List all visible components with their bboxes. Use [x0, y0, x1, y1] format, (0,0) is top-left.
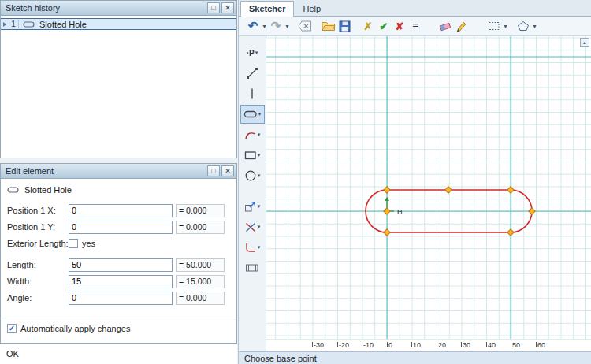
- tool-circle[interactable]: ▾: [240, 166, 265, 185]
- close-button[interactable]: ✕: [221, 2, 234, 13]
- discard-button[interactable]: ✗: [360, 18, 376, 34]
- backspace-icon: [298, 20, 312, 32]
- tool-dimension[interactable]: [240, 258, 265, 277]
- edit-element-panel: Edit element □ ✕ Slotted Hole Position 1…: [0, 163, 237, 344]
- shape-handle[interactable]: [384, 229, 390, 236]
- slotted-hole-icon: [7, 186, 20, 194]
- tool-vertical-line[interactable]: [240, 84, 265, 103]
- selection-mode-dropdown[interactable]: ▾: [502, 23, 509, 30]
- maximize-icon: □: [211, 167, 215, 175]
- drawing-canvas[interactable]: H ▲: [266, 36, 591, 339]
- history-row-slotted-hole[interactable]: 1 Slotted Hole: [1, 18, 236, 30]
- sketch-history-panel: Sketch history □ ✕ 1 Slotted Hole: [0, 0, 237, 158]
- close-button[interactable]: ✕: [221, 165, 234, 176]
- tab-sketcher[interactable]: Sketcher: [240, 1, 294, 17]
- eraser-button[interactable]: [437, 18, 453, 34]
- position-1y-computed: = 0.000: [176, 221, 225, 234]
- ruler-tick: 20: [437, 341, 446, 349]
- open-folder-icon: [322, 20, 336, 32]
- tool-rectangle[interactable]: ▾: [240, 146, 265, 165]
- chevron-down-icon: ▾: [533, 23, 536, 30]
- apply-button[interactable]: ✔: [376, 18, 392, 34]
- form-row: Position 1 X: = 0.000: [7, 203, 230, 217]
- form-row: Position 1 Y: = 0.000: [7, 220, 230, 234]
- palette-spacer: [239, 187, 266, 196]
- shape-handle[interactable]: [384, 187, 390, 193]
- shape-mode-dropdown[interactable]: ▾: [531, 23, 538, 30]
- tool-slotted-hole[interactable]: ▾: [240, 105, 265, 124]
- width-computed: = 15.000: [176, 275, 225, 288]
- slotted-hole-icon: [23, 20, 35, 28]
- toolbar: ↶ ▾ ↷ ▾ ✗ ✔ ✘ ≡: [239, 17, 591, 36]
- green-check-icon: ✔: [380, 20, 388, 32]
- open-button[interactable]: [321, 18, 336, 34]
- exterior-length-checkbox[interactable]: [69, 239, 78, 248]
- style-pen-button[interactable]: [453, 18, 469, 34]
- slotted-hole-tool-icon: [243, 110, 258, 119]
- edit-element-titlebar[interactable]: Edit element □ ✕: [1, 164, 236, 179]
- save-button[interactable]: [336, 18, 352, 34]
- ruler-tick: 40: [486, 341, 496, 349]
- cancel-button[interactable]: ✘: [392, 18, 407, 34]
- form-row: Angle: = 0.000: [7, 291, 230, 305]
- chevron-down-icon[interactable]: ▾: [258, 152, 261, 158]
- close-icon: ✕: [225, 4, 231, 12]
- tool-palette: ·P ▾ ▾ ▾ ▾: [239, 36, 266, 351]
- chevron-down-icon[interactable]: ▾: [258, 111, 262, 117]
- element-name: Slotted Hole: [24, 185, 72, 195]
- ruler-tick: 0: [387, 341, 392, 349]
- angle-computed: = 0.000: [176, 292, 225, 305]
- sketch-history-titlebar[interactable]: Sketch history □ ✕: [1, 1, 236, 16]
- menu-button[interactable]: ≡: [407, 18, 423, 34]
- ruler-tick: -30: [312, 341, 324, 349]
- delete-input-button[interactable]: [297, 18, 313, 34]
- corner-tool-icon: [244, 242, 257, 254]
- shape-handle[interactable]: [507, 229, 514, 236]
- tool-transform[interactable]: ▾: [240, 197, 265, 216]
- undo-icon: ↶: [248, 19, 258, 33]
- chevron-down-icon: ▾: [504, 23, 507, 30]
- separator: [1, 318, 236, 318]
- position-1x-computed: = 0.000: [176, 204, 225, 217]
- tool-trim[interactable]: ▾: [240, 217, 265, 236]
- tool-arc[interactable]: ▾: [240, 125, 265, 144]
- position-1y-input[interactable]: [69, 221, 173, 234]
- length-input[interactable]: [69, 258, 173, 272]
- undo-dropdown[interactable]: ▾: [261, 23, 268, 30]
- shape-handle[interactable]: [445, 187, 452, 193]
- chevron-down-icon[interactable]: ▾: [258, 132, 261, 138]
- save-floppy-icon: [339, 20, 351, 32]
- redo-button[interactable]: ↷: [268, 18, 284, 34]
- tool-point[interactable]: ·P ▾: [240, 43, 265, 62]
- history-row-label: Slotted Hole: [39, 20, 87, 29]
- tool-corner[interactable]: ▾: [240, 238, 265, 257]
- scroll-up-button[interactable]: ▲: [580, 38, 589, 47]
- chevron-down-icon[interactable]: ▾: [258, 173, 261, 179]
- auto-apply-checkbox[interactable]: ✓: [7, 324, 17, 333]
- chevron-down-icon[interactable]: ▾: [258, 203, 261, 210]
- sketcher-window: Sketcher Help ↶ ▾ ↷ ▾ ✗ ✔ ✘ ≡: [238, 0, 591, 364]
- redo-dropdown[interactable]: ▾: [284, 23, 291, 30]
- width-input[interactable]: [69, 275, 173, 288]
- chevron-down-icon[interactable]: ▾: [255, 50, 258, 56]
- scroll-up-icon: ▲: [582, 40, 587, 45]
- tool-line[interactable]: [240, 64, 265, 83]
- shape-handle[interactable]: [529, 208, 535, 214]
- form-row: Exterior Length: yes: [7, 236, 230, 251]
- shape-handle-origin[interactable]: [384, 208, 390, 214]
- selection-mode-button[interactable]: [486, 18, 502, 34]
- sketch-history-list: 1 Slotted Hole: [1, 16, 236, 30]
- position-1x-input[interactable]: [69, 204, 173, 217]
- tab-help[interactable]: Help: [294, 1, 329, 16]
- maximize-button[interactable]: □: [207, 165, 220, 176]
- shape-handle[interactable]: [507, 187, 514, 193]
- shape-mode-button[interactable]: [515, 18, 531, 34]
- status-bar: Choose base point: [239, 351, 591, 364]
- form-row: Length: = 50.000: [7, 258, 230, 272]
- form-row: Width: = 15.000: [7, 274, 230, 288]
- angle-input[interactable]: [69, 292, 173, 305]
- maximize-button[interactable]: □: [207, 2, 220, 13]
- chevron-down-icon[interactable]: ▾: [258, 224, 261, 230]
- chevron-down-icon[interactable]: ▾: [258, 244, 261, 251]
- undo-button[interactable]: ↶: [245, 18, 261, 34]
